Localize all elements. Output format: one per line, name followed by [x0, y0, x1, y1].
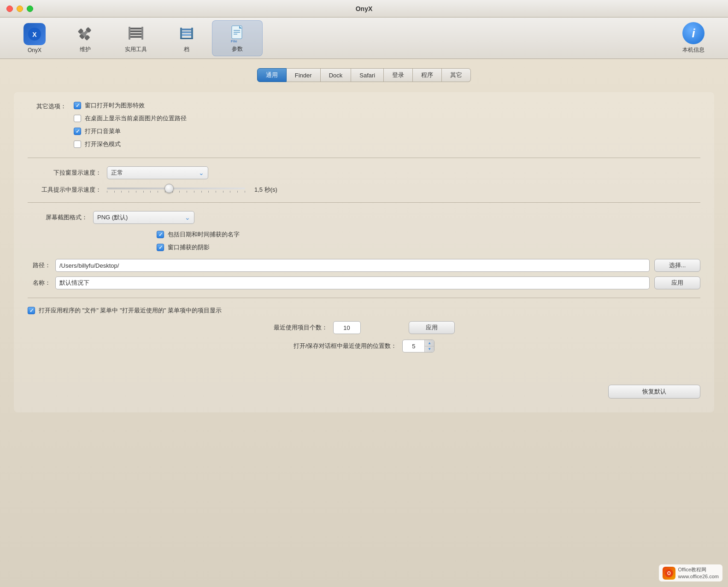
watermark: O Office教程网 www.office26.com — [659, 564, 722, 581]
dropdown-control: 正常 ⌄ — [107, 166, 208, 179]
stepper-arrows: ▲ ▼ — [425, 340, 434, 352]
checkbox-include-datetime[interactable]: 包括日期和时间捕获的名字 — [157, 230, 700, 239]
divider-3 — [28, 298, 700, 298]
checkbox-window-shadow-box[interactable] — [157, 244, 164, 251]
dropdown-arrow-icon: ⌄ — [199, 169, 204, 176]
checkbox-show-wallpaper-path[interactable]: 在桌面上显示当前桌面图片的位置路径 — [74, 114, 187, 123]
recent-items-row: 最近使用项目个数： 应用 — [28, 321, 700, 334]
checkbox-window-shadow[interactable]: 窗口捕获的阴影 — [157, 243, 700, 252]
toolbar-label-params: 参数 — [232, 45, 243, 53]
options-checkboxes: 窗口打开时为图形特效 在桌面上显示当前桌面图片的位置路径 打开口音菜单 打开深色… — [74, 101, 187, 148]
recent-locations-row: 打开/保存对话框中最近使用的位置数： 5 ▲ ▼ — [28, 340, 700, 352]
traffic-lights — [6, 6, 33, 12]
tab-safari[interactable]: Safari — [351, 68, 384, 82]
tab-bar: 通用 Finder Dock Safari 登录 程序 其它 — [14, 68, 714, 82]
svg-rect-18 — [191, 28, 193, 39]
divider-2 — [28, 202, 700, 203]
slider-label: 工具提示中显示速度： — [28, 186, 101, 194]
slider-row: 工具提示中显示速度： 1,5 秒(s) — [28, 186, 700, 194]
path-input[interactable] — [55, 259, 650, 272]
dropdown-label: 下拉窗显示速度： — [28, 169, 101, 177]
toolbar-label-archive: 档 — [184, 46, 189, 53]
name-apply-button[interactable]: 应用 — [654, 276, 700, 289]
svg-rect-19 — [180, 38, 193, 39]
svg-text:File: File — [231, 39, 237, 43]
options-section-label: 其它选项： — [28, 101, 74, 111]
recent-items-apply-button[interactable]: 应用 — [409, 321, 455, 334]
stepper-down-button[interactable]: ▼ — [425, 346, 434, 352]
recent-items-input[interactable] — [333, 321, 361, 334]
path-label: 路径： — [28, 261, 51, 270]
name-row: 名称： 应用 — [28, 276, 700, 289]
slider-value: 1,5 秒(s) — [254, 186, 277, 194]
sysinfo-icon: i — [682, 22, 705, 44]
recent-locations-stepper[interactable]: 5 ▲ ▼ — [402, 340, 434, 352]
options-row: 其它选项： 窗口打开时为图形特效 在桌面上显示当前桌面图片的位置路径 打开口音菜… — [28, 101, 700, 148]
toolbar-item-sysinfo[interactable]: i 本机信息 — [668, 20, 719, 56]
svg-rect-16 — [181, 34, 192, 36]
dropdown-screenshot[interactable]: PNG (默认) ⌄ — [93, 211, 194, 224]
footer-row: 恢复默认 — [28, 380, 700, 399]
tab-other[interactable]: 其它 — [442, 68, 471, 82]
svg-text:X: X — [32, 31, 37, 38]
recent-items-label: 最近使用项目个数： — [274, 323, 328, 332]
other-options-section: 其它选项： 窗口打开时为图形特效 在桌面上显示当前桌面图片的位置路径 打开口音菜… — [28, 101, 700, 148]
dropdown-speed[interactable]: 正常 ⌄ — [107, 166, 208, 179]
watermark-icon: O — [663, 567, 675, 580]
divider-1 — [28, 158, 700, 158]
toolbar-label-maintenance: 维护 — [80, 46, 91, 53]
toolbar-item-archive[interactable]: 档 — [161, 20, 212, 56]
main-content: 通用 Finder Dock Safari 登录 程序 其它 其它选项： 窗口打… — [0, 59, 728, 587]
stepper-value: 5 — [403, 340, 425, 352]
slider-thumb[interactable] — [164, 184, 174, 193]
toolbar-item-tools[interactable]: 实用工具 — [111, 20, 161, 56]
recent-checkbox-row[interactable]: 打开应用程序的 "文件" 菜单中 "打开最近使用的" 菜单项中的项目显示 — [28, 306, 700, 315]
checkbox-sound-menu-box[interactable] — [74, 128, 81, 135]
path-choose-button[interactable]: 选择... — [654, 259, 700, 272]
checkbox-dark-mode[interactable]: 打开深色模式 — [74, 140, 187, 148]
restore-defaults-button[interactable]: 恢复默认 — [608, 385, 700, 399]
minimize-button[interactable] — [17, 6, 23, 12]
toolbar-label-onyx: OnyX — [28, 47, 41, 53]
checkbox-window-effect[interactable]: 窗口打开时为图形特效 — [74, 101, 187, 110]
maintenance-icon — [74, 23, 96, 44]
checkbox-sound-menu-label: 打开口音菜单 — [85, 127, 121, 135]
toolbar-item-params[interactable]: File New One 参数 — [212, 20, 263, 56]
watermark-text: Office教程网 www.office26.com — [678, 566, 719, 580]
checkbox-show-wallpaper-path-box[interactable] — [74, 115, 81, 122]
toolbar-item-onyx[interactable]: X OnyX — [9, 20, 60, 56]
tab-login[interactable]: 登录 — [384, 68, 413, 82]
checkbox-dark-mode-box[interactable] — [74, 141, 81, 148]
svg-rect-9 — [129, 30, 142, 32]
path-row: 路径： 选择... — [28, 259, 700, 272]
svg-rect-13 — [141, 27, 143, 40]
maximize-button[interactable] — [27, 6, 33, 12]
toolbar: X OnyX 维护 — [0, 18, 728, 59]
svg-rect-10 — [129, 33, 142, 35]
stepper-up-button[interactable]: ▲ — [425, 340, 434, 346]
toolbar-label-tools: 实用工具 — [125, 46, 147, 53]
tab-programs[interactable]: 程序 — [413, 68, 442, 82]
checkbox-sound-menu[interactable]: 打开口音菜单 — [74, 127, 187, 135]
settings-panel: 其它选项： 窗口打开时为图形特效 在桌面上显示当前桌面图片的位置路径 打开口音菜… — [14, 92, 714, 412]
svg-rect-14 — [181, 29, 192, 30]
name-input[interactable] — [55, 276, 650, 289]
tab-finder[interactable]: Finder — [287, 68, 321, 82]
dropdown-screenshot-value: PNG (默认) — [97, 213, 128, 222]
checkbox-dark-mode-label: 打开深色模式 — [85, 140, 121, 148]
checkbox-include-datetime-box[interactable] — [157, 231, 164, 238]
toolbar-item-maintenance[interactable]: 维护 — [60, 20, 111, 56]
recent-checkbox-box[interactable] — [28, 307, 35, 314]
svg-text:O: O — [667, 571, 671, 576]
tab-dock[interactable]: Dock — [321, 68, 352, 82]
checkbox-window-effect-box[interactable] — [74, 102, 81, 109]
dropdown-row: 下拉窗显示速度： 正常 ⌄ — [28, 166, 700, 179]
toolbar-label-sysinfo: 本机信息 — [682, 46, 705, 54]
svg-rect-15 — [181, 31, 192, 33]
tab-general[interactable]: 通用 — [257, 68, 287, 82]
checkbox-window-effect-label: 窗口打开时为图形特效 — [85, 101, 145, 110]
close-button[interactable] — [6, 6, 13, 12]
slider-track[interactable] — [107, 188, 245, 189]
screenshot-format-label: 屏幕截图格式： — [28, 213, 88, 222]
svg-rect-17 — [180, 28, 182, 39]
